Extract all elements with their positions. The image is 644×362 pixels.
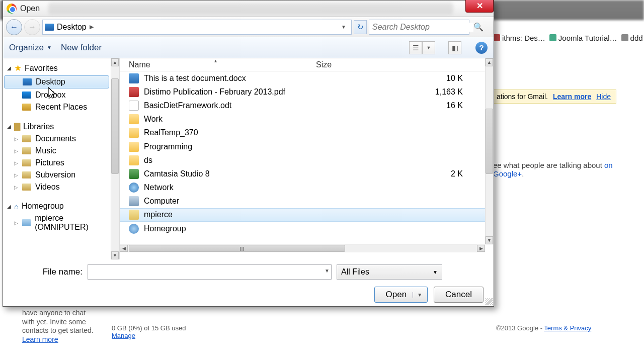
footer: ©2013 Google - Terms & Privacy (496, 324, 591, 332)
file-row[interactable]: Homegroup (120, 222, 494, 235)
file-row[interactable]: Programming (120, 140, 494, 153)
tree-item-dropbox[interactable]: Dropbox (3, 89, 119, 101)
libraries-section[interactable]: ◢ ▇ Libraries (3, 120, 119, 133)
tree-item-music[interactable]: ▷Music (3, 145, 119, 157)
recent-icon (22, 104, 31, 111)
file-name: mpierce (144, 210, 431, 219)
file-row[interactable]: Work (120, 113, 494, 126)
comp-icon (129, 196, 139, 206)
manage-storage-link[interactable]: Manage (112, 332, 186, 339)
column-size[interactable]: Size (316, 60, 332, 69)
file-hscrollbar[interactable]: ◀ ▶ (120, 244, 485, 252)
file-row[interactable]: RealTemp_370 (120, 126, 494, 140)
hide-link[interactable]: Hide (596, 93, 611, 101)
file-name: Work (144, 115, 431, 124)
star-icon: ★ (14, 63, 22, 73)
search-box[interactable]: 🔍 (369, 20, 469, 35)
navigation-tree: ▲ ▼ ◢ ★ Favorites Desktop Dropbox (3, 58, 120, 259)
breadcrumb[interactable]: Desktop ▶ ▼ (42, 20, 352, 35)
view-mode-dropdown[interactable]: ▼ (422, 41, 435, 54)
expand-icon[interactable]: ▷ (14, 136, 18, 142)
cam-icon (129, 169, 139, 179)
tree-item-videos[interactable]: ▷Videos (3, 181, 119, 193)
scroll-down-icon[interactable]: ▼ (111, 251, 119, 259)
titlebar[interactable]: Open ✕ (3, 1, 494, 17)
chat-learn-more-link[interactable]: Learn more (22, 335, 58, 343)
libraries-icon: ▇ (14, 122, 20, 131)
chevron-right-icon[interactable]: ▶ (90, 24, 94, 30)
cancel-button[interactable]: Cancel (434, 287, 484, 303)
dropbox-icon (22, 92, 31, 99)
file-type-filter[interactable]: All Files ▼ (337, 264, 442, 280)
videos-icon (22, 184, 31, 191)
dialog-footer: File name: ▼ All Files ▼ Open ▼ Cancel (3, 259, 494, 308)
refresh-icon: ↻ (357, 23, 364, 32)
file-row[interactable]: Camtasia Studio 8 2 K (120, 167, 494, 180)
expand-icon[interactable]: ▷ (14, 172, 18, 178)
refresh-button[interactable]: ↻ (354, 20, 367, 34)
tree-item-pictures[interactable]: ▷Pictures (3, 157, 119, 169)
collapse-icon: ◢ (7, 65, 11, 71)
file-name-input[interactable]: ▼ (88, 264, 332, 280)
preview-pane-button[interactable]: ◧ (448, 41, 461, 54)
close-button[interactable]: ✕ (465, 0, 494, 13)
dialog-title: Open (20, 4, 40, 13)
breadcrumb-location: Desktop (57, 23, 87, 32)
tree-item-desktop[interactable]: Desktop (4, 75, 109, 88)
user-icon (129, 210, 139, 220)
column-name[interactable]: Name (129, 60, 316, 69)
column-headers[interactable]: Name Size ▴ (120, 58, 494, 71)
scroll-thumb[interactable] (486, 109, 493, 174)
desktop-icon (23, 78, 32, 85)
chevron-down-icon[interactable]: ▼ (325, 268, 330, 274)
gplus-promo: ee what people are talking about on Goog… (493, 161, 644, 178)
folder-icon (129, 155, 139, 165)
file-row[interactable]: Distimo Publication - February 2013.pdf … (120, 85, 494, 99)
resize-grip[interactable] (486, 298, 493, 305)
folder-icon (129, 114, 139, 124)
scroll-up-icon[interactable]: ▲ (111, 58, 119, 66)
scroll-thumb[interactable] (129, 245, 345, 252)
expand-icon[interactable]: ▷ (14, 148, 18, 154)
file-row[interactable]: Network (120, 181, 494, 195)
file-name: RealTemp_370 (144, 128, 431, 137)
scroll-right-icon[interactable]: ▶ (477, 245, 485, 252)
expand-icon[interactable]: ▷ (14, 220, 18, 226)
homegroup-icon: ⌂ (14, 202, 19, 211)
scroll-up-icon[interactable]: ▲ (486, 58, 493, 66)
scroll-left-icon[interactable]: ◀ (120, 245, 128, 252)
expand-icon[interactable]: ▷ (14, 185, 18, 190)
file-list-pane: Name Size ▴ This is a test document.docx… (120, 58, 494, 259)
organize-menu[interactable]: Organize▼ (9, 43, 52, 53)
arrow-right-icon: → (28, 23, 36, 32)
file-row[interactable]: mpierce (120, 208, 494, 222)
file-name: Distimo Publication - February 2013.pdf (144, 87, 431, 97)
file-vscrollbar[interactable]: ▲ ▼ (485, 58, 494, 244)
file-row[interactable]: BasicDietFramework.odt 16 K (120, 99, 494, 112)
new-folder-button[interactable]: New folder (61, 43, 102, 53)
tree-item-user[interactable]: ▷mpierce (OMNIPUTER) (3, 212, 119, 233)
scroll-down-icon[interactable]: ▼ (486, 236, 493, 244)
terms-link[interactable]: Terms & Privacy (544, 324, 591, 332)
search-icon: 🔍 (473, 22, 484, 32)
favorites-section[interactable]: ◢ ★ Favorites (3, 61, 119, 75)
tree-item-documents[interactable]: ▷Documents (3, 133, 119, 145)
help-button[interactable]: ? (475, 42, 488, 54)
back-button[interactable]: ← (6, 19, 22, 35)
file-row[interactable]: ds (120, 153, 494, 167)
view-mode-button[interactable]: ☰ (409, 41, 422, 54)
file-row[interactable]: Computer (120, 195, 494, 208)
open-split-dropdown[interactable]: ▼ (413, 292, 422, 298)
arrow-left-icon: ← (10, 23, 18, 32)
learn-more-link[interactable]: Learn more (553, 93, 591, 101)
tree-item-subversion[interactable]: ▷Subversion (3, 169, 119, 181)
expand-icon[interactable]: ▷ (14, 160, 18, 166)
forward-button[interactable]: → (24, 19, 40, 35)
breadcrumb-dropdown[interactable]: ▼ (338, 24, 349, 30)
open-button[interactable]: Open ▼ (374, 287, 428, 303)
homegroup-section[interactable]: ◢ ⌂ Homegroup (3, 200, 119, 212)
search-input[interactable] (372, 23, 473, 32)
file-row[interactable]: This is a test document.docx 10 K (120, 71, 494, 85)
toolbar: Organize▼ New folder ☰ ▼ ◧ ? (3, 37, 494, 58)
tree-item-recent[interactable]: Recent Places (3, 101, 119, 113)
